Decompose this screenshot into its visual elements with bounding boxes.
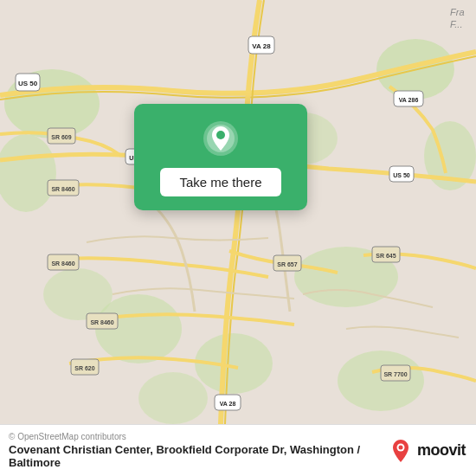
svg-point-11 — [138, 372, 208, 424]
bottom-info: © OpenStreetMap contributors Covenant Ch… — [9, 432, 388, 469]
map-view: US 50 VA 28 SR 609 US 50 SR 8460 SR 8460… — [0, 0, 476, 424]
bottom-bar: © OpenStreetMap contributors Covenant Ch… — [0, 424, 476, 476]
svg-text:F...: F... — [450, 19, 462, 29]
svg-text:US 50: US 50 — [18, 80, 38, 87]
take-me-there-card[interactable]: Take me there — [134, 104, 307, 210]
copyright-text: © OpenStreetMap contributors — [9, 432, 388, 441]
svg-text:SR 609: SR 609 — [51, 134, 71, 140]
svg-text:SR 7700: SR 7700 — [383, 371, 407, 377]
svg-text:VA 28: VA 28 — [252, 42, 271, 50]
svg-text:VA 286: VA 286 — [399, 97, 419, 103]
svg-text:SR 8460: SR 8460 — [51, 261, 74, 267]
svg-point-8 — [43, 268, 113, 320]
svg-text:Fra: Fra — [450, 7, 465, 17]
map-svg: US 50 VA 28 SR 609 US 50 SR 8460 SR 8460… — [0, 0, 476, 424]
svg-text:VA 28: VA 28 — [220, 401, 236, 407]
svg-text:SR 8460: SR 8460 — [90, 319, 113, 325]
moovit-text: moovit — [417, 441, 466, 460]
svg-point-46 — [398, 445, 402, 449]
svg-text:SR 645: SR 645 — [376, 253, 396, 259]
svg-text:SR 8460: SR 8460 — [51, 186, 74, 192]
take-me-there-button[interactable]: Take me there — [160, 168, 280, 196]
location-pin-icon — [202, 119, 240, 158]
svg-text:SR 620: SR 620 — [74, 365, 94, 371]
location-title: Covenant Christian Center, Brookfield Co… — [9, 443, 388, 469]
svg-point-44 — [216, 131, 225, 139]
svg-text:US 50: US 50 — [393, 172, 410, 178]
moovit-logo: moovit — [388, 438, 466, 464]
svg-point-9 — [338, 351, 424, 411]
moovit-brand-icon — [388, 438, 414, 464]
svg-text:SR 657: SR 657 — [277, 261, 297, 267]
